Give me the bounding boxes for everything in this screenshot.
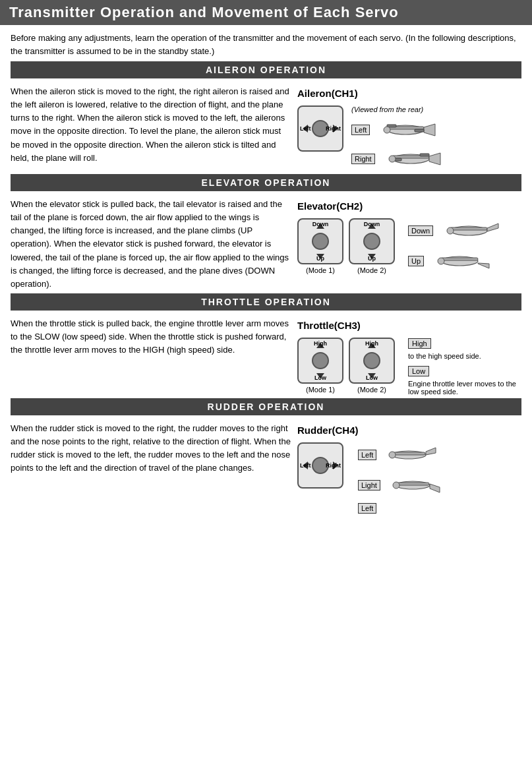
svg-point-27 — [393, 482, 399, 489]
rudder-plane-top-row: Left — [358, 442, 442, 467]
aileron-ch-title: Aileron(CH1) — [297, 88, 358, 99]
throttle-description: When the throttle stick is pulled back, … — [11, 317, 291, 357]
svg-marker-14 — [487, 223, 498, 231]
elevator-diagram: Elevator(CH2) Down Up (Mode 1) — [297, 198, 521, 291]
page-title: Transmitter Operation and Movement of Ea… — [0, 0, 532, 25]
svg-marker-2 — [424, 124, 435, 136]
throttle-diagram-row: High Low (Mode 1) High Low (Mode 2) — [297, 338, 521, 396]
svg-rect-13 — [450, 227, 487, 230]
throttle-joystick-mode1: High Low — [297, 338, 343, 384]
rudder-plane-right-label: Light — [358, 480, 380, 491]
svg-rect-25 — [396, 483, 429, 485]
rudder-left-plane-label: Left — [358, 504, 442, 512]
rudder-section: When the rudder stick is moved to the ri… — [0, 419, 532, 515]
throttle-legend: High to the high speed side. Low Engine … — [408, 338, 521, 396]
elevator-plane-bottom-svg — [427, 249, 492, 274]
svg-marker-22 — [426, 448, 436, 455]
aileron-joystick-control: Left Right — [297, 105, 343, 152]
aileron-section-header: AILERON OPERATION — [11, 61, 521, 78]
elevator-diagram-row: Down Up (Mode 1) Down Up (Mode 2) — [297, 218, 502, 274]
aileron-planes: (Viewed from the rear) Left — [351, 105, 444, 171]
aileron-plane-left-label: Left — [351, 125, 370, 135]
svg-marker-26 — [430, 484, 440, 492]
svg-rect-17 — [441, 258, 478, 260]
throttle-low-row: Low — [408, 365, 521, 377]
elevator-planes: Down Up — [408, 218, 502, 274]
svg-marker-18 — [478, 263, 489, 268]
throttle-low-text: Engine throttle lever moves to the low s… — [408, 380, 521, 396]
throttle-mode1-label: (Mode 1) — [306, 386, 335, 394]
aileron-plane-bottom-row: Right — [351, 146, 444, 171]
throttle-mode1: High Low (Mode 1) — [297, 338, 343, 394]
aileron-plane-right-label: Right — [351, 154, 375, 164]
throttle-mode2-label: (Mode 2) — [357, 386, 386, 394]
throttle-section-header: THROTTLE OPERATION — [11, 293, 521, 311]
elevator-mode1-label: (Mode 1) — [306, 266, 335, 274]
aileron-plane-bottom-svg — [378, 146, 444, 171]
aileron-description: When the aileron stick is moved to the r… — [11, 85, 291, 165]
elevator-joystick-modes: Down Up (Mode 1) Down Up (Mode 2) — [297, 218, 395, 274]
elevator-top-label-mode1: Down — [312, 221, 329, 227]
svg-point-11 — [389, 156, 396, 162]
aileron-viewed-label: (Viewed from the rear) — [351, 105, 444, 113]
aileron-text: When the aileron stick is moved to the r… — [11, 85, 291, 171]
rudder-joystick-control: Left Right — [297, 442, 343, 489]
throttle-bottom-label-mode1: Low — [314, 374, 326, 381]
elevator-top-label-mode2: Down — [364, 221, 380, 227]
rudder-right-label: Right — [326, 462, 341, 469]
rudder-plane-top-svg — [379, 442, 438, 467]
throttle-top-label-mode1: High — [314, 340, 327, 347]
throttle-joystick-modes: High Low (Mode 1) High Low (Mode 2) — [297, 338, 395, 394]
rudder-description: When the rudder stick is moved to the ri… — [11, 422, 291, 475]
throttle-ch-title: Throttle(CH3) — [297, 320, 361, 331]
elevator-plane-bottom-label: Up — [408, 256, 424, 266]
rudder-left-label: Left — [300, 462, 311, 469]
elevator-joystick-mode1: Down Up — [297, 218, 343, 264]
aileron-joystick: Left Right — [297, 105, 343, 152]
aileron-section: When the aileron stick is moved to the r… — [0, 82, 532, 174]
elevator-ch-title: Elevator(CH2) — [297, 200, 363, 212]
throttle-bottom-label-mode2: Low — [366, 374, 378, 381]
throttle-top-label-mode2: High — [365, 340, 378, 347]
rudder-joystick: Left Right — [297, 442, 343, 489]
aileron-plane-top-row: Left — [351, 117, 444, 142]
throttle-low-box: Low — [408, 366, 429, 376]
elevator-mode1: Down Up (Mode 1) — [297, 218, 343, 274]
aileron-left-label: Left — [300, 125, 311, 132]
rudder-plane-bottom-row: Light — [358, 473, 442, 498]
elevator-bottom-label-mode2: Up — [368, 255, 376, 262]
throttle-high-box: High — [408, 338, 431, 349]
aileron-diagram: Aileron(CH1) Left Right (Viewed from the… — [297, 85, 521, 171]
svg-marker-8 — [429, 153, 440, 165]
svg-point-23 — [389, 452, 396, 458]
elevator-section: When the elevator stick is pulled back, … — [0, 195, 532, 293]
elevator-stick-mode1 — [312, 233, 329, 250]
elevator-plane-top-row: Down — [408, 218, 502, 243]
rudder-planes: Left Light — [358, 442, 442, 512]
svg-point-15 — [447, 227, 454, 234]
rudder-plane-left-label: Left — [358, 450, 376, 460]
throttle-stick-mode2 — [363, 352, 380, 369]
rudder-section-header: RUDDER OPERATION — [11, 398, 521, 415]
elevator-stick-mode2 — [363, 233, 380, 250]
rudder-ch-title: Rudder(CH4) — [297, 425, 359, 436]
throttle-high-row: High — [408, 338, 521, 349]
throttle-high-text: to the high speed side. — [408, 352, 521, 360]
elevator-mode2: Down Up (Mode 2) — [349, 218, 395, 274]
aileron-right-label: Right — [326, 125, 341, 132]
svg-point-19 — [438, 258, 444, 264]
throttle-text: When the throttle stick is pulled back, … — [11, 317, 291, 396]
elevator-description: When the elevator stick is pulled back, … — [11, 198, 291, 291]
rudder-diagram-row: Left Right Left — [297, 442, 442, 512]
rudder-diagram: Rudder(CH4) Left Right Left — [297, 422, 521, 512]
rudder-plane-bottom-svg — [383, 473, 442, 498]
rudder-bottom-left-label: Left — [358, 503, 376, 514]
throttle-mode2: High Low (Mode 2) — [349, 338, 395, 394]
elevator-bottom-label-mode1: Up — [316, 255, 324, 262]
elevator-joystick-mode2: Down Up — [349, 218, 395, 264]
elevator-mode2-label: (Mode 2) — [357, 266, 386, 274]
elevator-plane-top-svg — [436, 218, 502, 243]
elevator-section-header: ELEVATOR OPERATION — [11, 174, 521, 191]
svg-point-5 — [384, 127, 390, 133]
throttle-section: When the throttle stick is pulled back, … — [0, 314, 532, 398]
